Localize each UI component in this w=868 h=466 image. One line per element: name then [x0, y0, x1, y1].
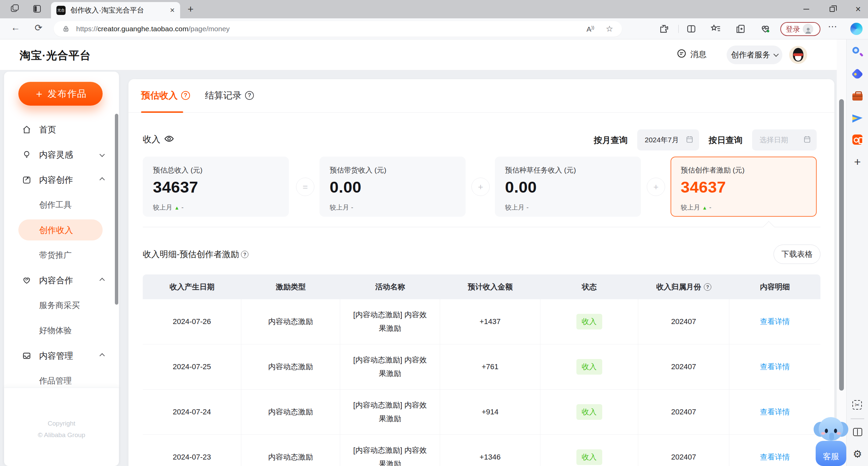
eye-icon[interactable]: [164, 133, 174, 145]
back-icon[interactable]: ←: [11, 22, 20, 33]
creator-services-dropdown[interactable]: 创作者服务: [727, 46, 782, 64]
shopping-tag-icon[interactable]: [852, 69, 863, 80]
table-header-row: 收入产生日期 激励类型 活动名称 预计收入金额 状态 收入归属月份? 内容明细: [143, 274, 820, 299]
table-row: 2024-07-23 内容动态激励 [内容动态激励] 内容效果激励 +1346 …: [143, 435, 820, 466]
card-creator-incentive-selected[interactable]: 预估创作者激励 (元) 34637 较上月▲-: [671, 157, 817, 217]
browser-login-button[interactable]: 登录: [780, 22, 820, 36]
workspaces-icon[interactable]: [10, 4, 20, 14]
view-details-link[interactable]: 查看详情: [760, 362, 790, 372]
cell-amount: +1437: [440, 299, 540, 344]
help-icon[interactable]: ?: [245, 91, 254, 100]
scrollbar-thumb[interactable]: [839, 99, 844, 391]
cell-amount: +1346: [440, 435, 540, 466]
browser-essentials-icon[interactable]: [760, 23, 771, 34]
by-month-label: 按月查询: [594, 135, 628, 146]
cell-detail: 查看详情: [729, 299, 820, 344]
inbox-icon: [22, 351, 32, 361]
download-table-button[interactable]: 下载表格: [774, 245, 820, 264]
window-close-button[interactable]: ×: [849, 0, 868, 18]
messages-button[interactable]: 消息: [676, 48, 707, 60]
card-total-income[interactable]: 预估总收入 (元) 34637 较上月▲-: [143, 157, 289, 217]
browser-window: 光合 创作收入·淘宝光合平台 × + × ← ⟳ https://creator…: [0, 0, 868, 466]
view-details-link[interactable]: 查看详情: [760, 407, 790, 417]
table-row: 2024-07-25 内容动态激励 [内容动态激励] 内容效果激励 +761 收…: [143, 344, 820, 390]
cell-incentive-type: 内容动态激励: [241, 344, 340, 389]
window-minimize-button[interactable]: [797, 0, 816, 18]
tab-settlement-records[interactable]: 结算记录 ?: [205, 89, 254, 102]
by-day-label: 按日查询: [709, 135, 743, 146]
lock-icon: [63, 25, 69, 33]
cell-date: 2024-07-23: [143, 435, 241, 466]
sidebar-item-creation-income-active[interactable]: 创作收入: [4, 217, 119, 243]
cell-activity: [内容动态激励] 内容效果激励: [340, 390, 440, 434]
cell-detail: 查看详情: [729, 344, 820, 389]
new-tab-button[interactable]: +: [188, 3, 194, 15]
settings-gear-icon[interactable]: ⚙: [852, 448, 863, 460]
address-bar[interactable]: https://creator.guanghe.taobao.com/page/…: [54, 21, 622, 37]
browser-tab[interactable]: 光合 创作收入·淘宝光合平台 ×: [51, 2, 180, 18]
publish-work-button[interactable]: ＋ 发布作品: [18, 82, 103, 106]
window-restore-button[interactable]: [822, 0, 841, 18]
tab-estimated-income[interactable]: 预估收入 ?: [141, 89, 190, 102]
cell-month: 202407: [638, 390, 729, 434]
income-summary-cards: 预估总收入 (元) 34637 较上月▲- = 预估带货收入 (元) 0.00 …: [128, 157, 834, 217]
cell-activity: [内容动态激励] 内容效果激励: [340, 435, 440, 466]
collections-icon[interactable]: [735, 23, 746, 34]
sidebar-item-inspiration[interactable]: 内容灵感: [4, 142, 119, 167]
table-row: 2024-07-26 内容动态激励 [内容动态激励] 内容效果激励 +1437 …: [143, 299, 820, 344]
help-icon[interactable]: ?: [704, 283, 711, 291]
sidebar-item-creation-tools[interactable]: 创作工具: [4, 192, 119, 217]
sidebar-item-product-trial[interactable]: 好物体验: [4, 318, 119, 343]
column-header: 内容明细: [729, 282, 820, 292]
elephant-mascot-icon: [819, 417, 843, 441]
toolbar-divider: [678, 25, 679, 33]
date-query-controls: 按月查询 2024年7月 按日查询 选择日期: [594, 129, 817, 150]
status-badge: 收入: [576, 404, 602, 420]
sidebar-item-service-purchase[interactable]: 服务商采买: [4, 293, 119, 318]
edge-sidebar: + ✂ ⚙: [846, 39, 868, 466]
sidebar-item-creation[interactable]: 内容创作: [4, 167, 119, 192]
sidebar-toggle-icon[interactable]: [852, 427, 863, 438]
help-icon[interactable]: ?: [241, 251, 248, 258]
sidebar-item-product-promotion[interactable]: 带货推广: [4, 243, 119, 268]
page-vertical-scrollbar[interactable]: [837, 39, 846, 466]
month-picker-input[interactable]: 2024年7月: [637, 129, 699, 150]
read-aloud-icon[interactable]: A)): [587, 25, 594, 33]
selection-caret: [763, 221, 775, 233]
column-header: 状态: [540, 282, 638, 292]
sidebar-item-cooperation[interactable]: 内容合作: [4, 268, 119, 293]
refresh-icon[interactable]: ⟳: [35, 22, 42, 33]
sidebar-scrollbar-thumb[interactable]: [115, 114, 118, 305]
tools-toolbox-icon[interactable]: [852, 91, 863, 102]
kuaishou-app-icon[interactable]: [852, 134, 863, 145]
copyright-text: Copyright © Alibaba Group: [4, 418, 119, 441]
add-sidebar-app-icon[interactable]: +: [852, 156, 863, 167]
cell-status: 收入: [540, 435, 638, 466]
view-details-link[interactable]: 查看详情: [760, 452, 790, 462]
sidebar-item-content-management[interactable]: 内容管理: [4, 343, 119, 368]
customer-service-button[interactable]: 客服: [815, 416, 847, 466]
card-sales-income[interactable]: 预估带货收入 (元) 0.00 较上月-: [319, 157, 466, 217]
user-avatar[interactable]: [789, 46, 807, 64]
extensions-icon[interactable]: [659, 23, 670, 34]
copilot-icon[interactable]: [850, 23, 863, 35]
tab-close-icon[interactable]: ×: [170, 5, 175, 15]
split-screen-icon[interactable]: [686, 23, 697, 34]
view-details-link[interactable]: 查看详情: [760, 317, 790, 327]
favorites-bar-icon[interactable]: [710, 23, 721, 34]
search-icon[interactable]: [852, 46, 863, 58]
help-icon[interactable]: ?: [181, 91, 190, 100]
sidebar-footer: Copyright © Alibaba Group: [4, 388, 119, 466]
sidebar-item-home[interactable]: 首页: [4, 117, 119, 142]
tab-actions-icon[interactable]: [33, 4, 42, 14]
day-picker-input[interactable]: 选择日期: [752, 129, 817, 150]
left-nav-panel: ＋ 发布作品 首页 内容灵感 内容创作: [4, 72, 119, 466]
favorite-star-icon[interactable]: ☆: [606, 24, 613, 34]
site-logo[interactable]: 淘宝·光合平台: [20, 48, 91, 63]
screenshot-snip-icon[interactable]: ✂: [852, 399, 863, 411]
toolbar-menu-icon[interactable]: ⋯: [828, 21, 837, 32]
cell-incentive-type: 内容动态激励: [241, 299, 340, 344]
url-text: https://creator.guanghe.taobao.com/page/…: [76, 25, 230, 33]
paper-plane-icon[interactable]: [852, 113, 863, 124]
card-seeding-task-income[interactable]: 预估种草任务收入 (元) 0.00 较上月-: [495, 157, 641, 217]
